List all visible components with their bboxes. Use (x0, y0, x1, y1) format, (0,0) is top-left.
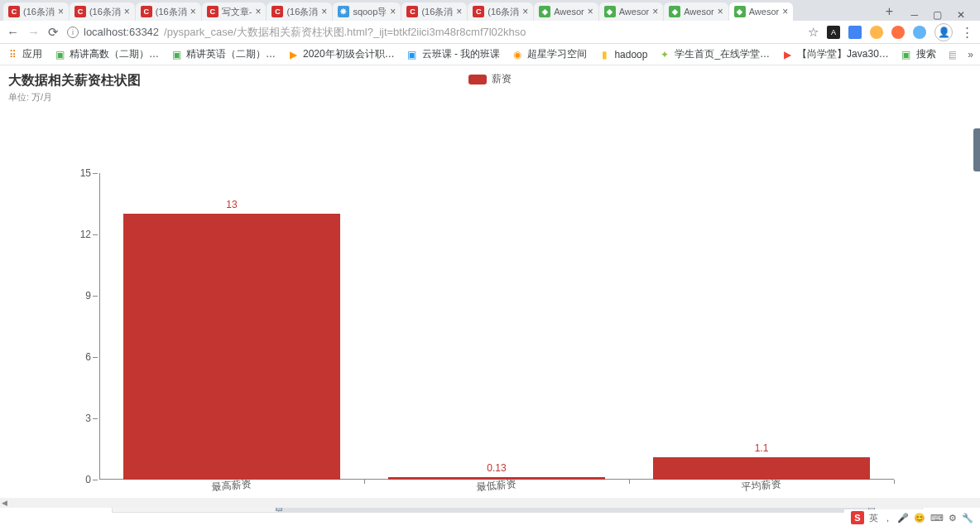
legend-swatch (468, 75, 487, 84)
bookmark-item[interactable]: ▣云班课 - 我的班课 (406, 47, 501, 61)
bookmarks-overflow-icon[interactable]: » (968, 49, 973, 60)
browser-tab[interactable]: ◆Awesor× (534, 2, 598, 21)
site-info-icon[interactable]: i (67, 27, 79, 38)
y-axis-label: 6 (74, 351, 91, 363)
url-path: /pyspark_case/大数据相关薪资柱状图.html?_ijt=btkf2… (164, 25, 526, 40)
horizontal-scrollbar[interactable]: ◀ (0, 498, 980, 508)
sidebar-handle[interactable] (973, 128, 980, 171)
browser-tab[interactable]: C(16条消× (401, 2, 467, 21)
bookmark-label: hadoop (614, 49, 647, 60)
reload-button[interactable]: ⟳ (48, 25, 59, 40)
forward-button[interactable]: → (27, 25, 40, 39)
browser-tab[interactable]: C(16条消× (267, 2, 332, 21)
tab-close-icon[interactable]: × (588, 6, 593, 17)
bookmark-icon: ▶ (287, 49, 299, 60)
tab-title: Awesor (749, 7, 779, 17)
bookmark-item[interactable]: ▮hadoop (598, 47, 647, 61)
tab-favicon: C (406, 6, 418, 17)
extension-icon[interactable] (848, 26, 862, 39)
bookmark-label: 2020年初级会计职… (303, 47, 395, 61)
ime-status-bar: S 英 ， 🎤 😊 ⌨ ⚙ 🔧 (844, 509, 980, 526)
maximize-button[interactable]: ▢ (933, 9, 942, 21)
bookmark-icon: ▣ (406, 49, 418, 60)
bookmark-item[interactable]: ▶2020年初级会计职… (287, 47, 395, 61)
tab-close-icon[interactable]: × (255, 6, 261, 17)
ime-tool-icon[interactable]: 🔧 (962, 513, 973, 524)
y-tick (93, 296, 98, 297)
bookmark-item[interactable]: ▶【尚学堂】Java30… (781, 47, 889, 61)
bookmark-icon: ▤ (948, 49, 957, 60)
bookmark-item[interactable]: ▣精讲英语（二期）… (171, 47, 276, 61)
ime-mode[interactable]: 英 (869, 512, 878, 524)
minimize-button[interactable]: ─ (910, 9, 918, 21)
tab-close-icon[interactable]: × (522, 6, 528, 17)
bookmark-icon: ⠿ (7, 49, 18, 60)
tab-favicon: ❋ (338, 6, 349, 17)
tab-close-icon[interactable]: × (456, 6, 462, 17)
ime-emoji-icon[interactable]: 😊 (914, 513, 925, 524)
bar[interactable] (123, 214, 340, 480)
bookmark-icon: ▣ (171, 49, 182, 60)
x-tick (629, 480, 630, 484)
bookmark-item[interactable]: ▤Scrapy教程— Scra… (948, 47, 957, 61)
back-button[interactable]: ← (7, 25, 19, 39)
address-bar: ← → ⟳ i localhost:63342/pyspark_case/大数据… (0, 21, 980, 44)
browser-tab[interactable]: C(16条消× (70, 2, 135, 21)
tab-close-icon[interactable]: × (321, 6, 327, 17)
bookmark-icon: ◉ (512, 49, 523, 60)
extension-icon[interactable]: A (827, 26, 840, 39)
chart-legend[interactable]: 薪资 (468, 72, 512, 86)
tab-close-icon[interactable]: × (652, 6, 658, 17)
scroll-left-icon[interactable]: ◀ (2, 499, 7, 507)
y-tick (93, 480, 98, 480)
tab-close-icon[interactable]: × (124, 6, 130, 17)
tab-close-icon[interactable]: × (718, 6, 723, 17)
bookmark-item[interactable]: ⠿应用 (7, 47, 42, 61)
tab-title: (16条消 (89, 6, 121, 18)
url-input[interactable]: i localhost:63342/pyspark_case/大数据相关薪资柱状… (67, 25, 800, 40)
tab-title: (16条消 (156, 6, 187, 18)
tab-close-icon[interactable]: × (782, 6, 788, 17)
browser-tab[interactable]: C写文章-× (202, 2, 267, 21)
browser-tab[interactable]: ❋sqoop导× (333, 2, 401, 21)
tab-title: (16条消 (23, 6, 55, 18)
bar-value-label: 13 (226, 199, 237, 210)
tab-title: Awesor (619, 7, 649, 17)
browser-tab[interactable]: C(16条消× (136, 2, 201, 21)
browser-tab[interactable]: C(16条消× (3, 2, 69, 21)
bookmark-item[interactable]: ▣搜索 (901, 47, 936, 61)
close-window-button[interactable]: ✕ (957, 9, 965, 21)
tab-favicon: ◆ (734, 6, 746, 17)
x-axis-category: 平均薪资 (741, 477, 781, 495)
browser-tab[interactable]: C(16条消× (468, 2, 533, 21)
bookmark-label: 精讲英语（二期）… (186, 47, 276, 61)
ime-punct[interactable]: ， (883, 512, 892, 524)
bookmark-item[interactable]: ◉超星学习空间 (512, 47, 587, 61)
extension-icon[interactable] (891, 26, 905, 39)
legend-label: 薪资 (492, 72, 512, 86)
tab-close-icon[interactable]: × (190, 6, 196, 17)
tab-close-icon[interactable]: × (58, 6, 64, 17)
ime-badge[interactable]: S (851, 511, 864, 524)
tab-title: (16条消 (421, 6, 453, 18)
extension-icon[interactable] (913, 26, 926, 39)
browser-tab[interactable]: ◆Awesor× (599, 2, 664, 21)
bar[interactable] (653, 457, 870, 480)
browser-tab[interactable]: ◆Awesor× (729, 2, 794, 21)
bookmark-item[interactable]: ✦学生首页_在线学堂… (659, 47, 770, 61)
bookmarks-bar: ⠿应用▣精讲高数（二期）…▣精讲英语（二期）…▶2020年初级会计职…▣云班课 … (0, 44, 980, 65)
menu-icon[interactable]: ⋮ (961, 25, 973, 40)
extension-icon[interactable] (870, 26, 883, 39)
ime-keyboard-icon[interactable]: ⌨ (930, 513, 944, 524)
bookmark-item[interactable]: ▣精讲高数（二期）… (54, 47, 159, 61)
tab-favicon: ◆ (669, 6, 680, 17)
star-icon[interactable]: ☆ (808, 25, 819, 40)
profile-avatar[interactable]: 👤 (934, 23, 953, 41)
ime-settings-icon[interactable]: ⚙ (949, 513, 957, 524)
new-tab-button[interactable]: + (879, 2, 899, 21)
tab-favicon: C (271, 6, 283, 17)
y-axis-label: 0 (74, 474, 91, 485)
browser-tab[interactable]: ◆Awesor× (664, 2, 728, 21)
ime-voice-icon[interactable]: 🎤 (897, 513, 909, 524)
tab-close-icon[interactable]: × (390, 6, 396, 17)
